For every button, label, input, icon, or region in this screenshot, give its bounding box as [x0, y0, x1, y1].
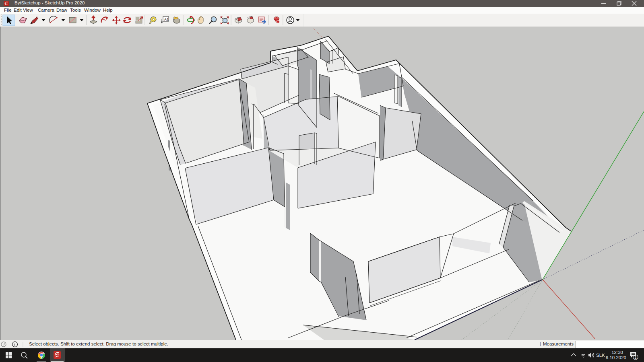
svg-text:A1: A1	[164, 17, 169, 21]
svg-text:1: 1	[634, 355, 636, 360]
svg-text:SLK: SLK	[596, 353, 605, 358]
svg-text:6.10.2020: 6.10.2020	[606, 355, 626, 360]
svg-text:12:30: 12:30	[611, 350, 623, 355]
